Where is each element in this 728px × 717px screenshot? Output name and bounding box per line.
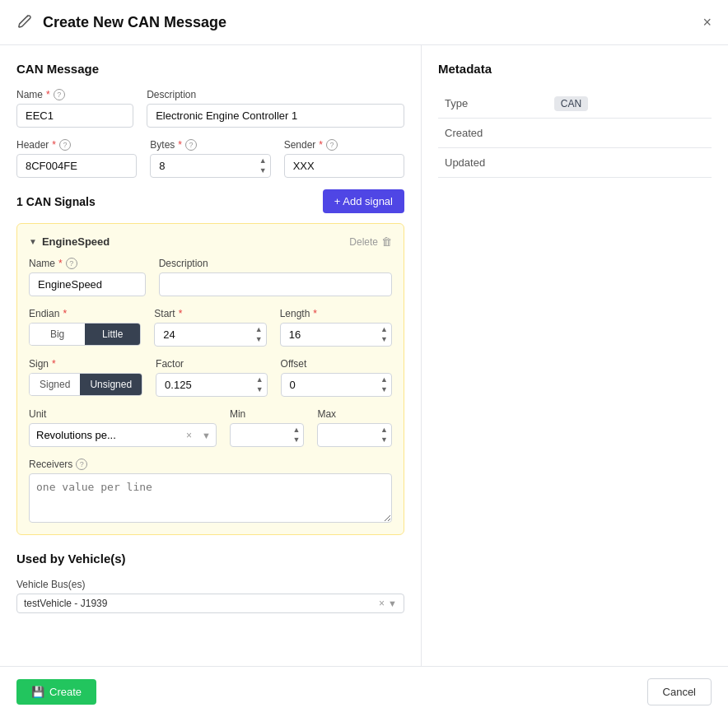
endian-toggle: Big Little xyxy=(29,323,141,346)
create-label: Create xyxy=(49,686,82,698)
header-group: Header * ? xyxy=(16,139,137,178)
vehicle-bus-wrap: testVehicle - J1939 × ▼ xyxy=(16,594,404,613)
max-group: Max ▲ ▼ xyxy=(317,408,392,447)
can-message-section: CAN Message Name * ? Description xyxy=(16,62,404,178)
offset-up[interactable]: ▲ xyxy=(378,375,390,384)
bytes-up[interactable]: ▲ xyxy=(257,156,269,165)
max-input-wrap: ▲ ▼ xyxy=(317,423,392,447)
vehicle-chevron-icon[interactable]: ▼ xyxy=(388,598,397,608)
vehicle-tag: testVehicle - J1939 xyxy=(24,598,376,609)
signal-name-help-icon[interactable]: ? xyxy=(66,258,77,269)
start-input[interactable] xyxy=(154,323,266,347)
receivers-help-icon[interactable]: ? xyxy=(76,459,87,470)
modal-body: CAN Message Name * ? Description xyxy=(0,45,728,666)
length-down[interactable]: ▼ xyxy=(378,335,390,344)
modal: Create New CAN Message × CAN Message Nam… xyxy=(0,0,728,717)
offset-input-wrap: ▲ ▼ xyxy=(281,373,392,397)
main-panel: CAN Message Name * ? Description xyxy=(0,45,422,666)
unit-chevron-icon[interactable]: ▼ xyxy=(197,431,216,440)
unit-min-max-row: Unit × ▼ Min ▲ xyxy=(29,408,392,447)
receivers-textarea[interactable] xyxy=(29,473,392,523)
bytes-spinners: ▲ ▼ xyxy=(257,156,269,175)
sign-unsigned-button[interactable]: Unsigned xyxy=(80,374,142,395)
sign-factor-offset-row: Sign * Signed Unsigned Factor xyxy=(29,358,392,397)
signal-description-input[interactable] xyxy=(159,272,392,296)
vehicle-clear-icon[interactable]: × xyxy=(376,598,388,609)
add-signal-button[interactable]: + Add signal xyxy=(323,189,404,213)
endian-little-button[interactable]: Little xyxy=(85,324,140,345)
unit-group: Unit × ▼ xyxy=(29,408,217,447)
receivers-group: Receivers ? xyxy=(29,459,392,523)
signal-name-desc-row: Name * ? Description xyxy=(29,258,392,296)
sender-input[interactable] xyxy=(284,154,404,178)
length-up[interactable]: ▲ xyxy=(378,325,390,334)
max-down[interactable]: ▼ xyxy=(378,435,390,445)
metadata-table: Type CAN Created Updated xyxy=(438,89,712,178)
description-label: Description xyxy=(147,89,404,100)
signal-chevron-icon: ▼ xyxy=(29,237,37,246)
edit-icon xyxy=(16,13,35,31)
min-group: Min ▲ ▼ xyxy=(230,408,305,447)
sender-label: Sender * ? xyxy=(284,139,404,151)
cancel-button[interactable]: Cancel xyxy=(647,678,712,705)
offset-down[interactable]: ▼ xyxy=(378,385,390,394)
min-input-wrap: ▲ ▼ xyxy=(230,423,305,447)
signals-header: 1 CAN Signals + Add signal xyxy=(16,189,404,213)
signal-description-group: Description xyxy=(159,258,392,296)
bytes-input[interactable] xyxy=(150,154,270,178)
name-input[interactable] xyxy=(16,104,133,128)
add-signal-label: + Add signal xyxy=(334,195,393,207)
min-up[interactable]: ▲ xyxy=(291,426,303,435)
signal-delete-button[interactable]: Delete 🗑 xyxy=(349,235,392,248)
delete-label: Delete xyxy=(349,236,378,248)
signal-block: ▼ EngineSpeed Delete 🗑 Name xyxy=(16,223,404,535)
signals-count: 1 CAN Signals xyxy=(16,195,96,208)
can-type-badge: CAN xyxy=(554,96,588,111)
signal-description-label: Description xyxy=(159,258,392,269)
factor-up[interactable]: ▲ xyxy=(254,375,266,384)
meta-updated-label: Updated xyxy=(438,148,548,178)
name-help-icon[interactable]: ? xyxy=(54,89,65,100)
header-input[interactable] xyxy=(16,154,137,178)
start-input-wrap: ▲ ▼ xyxy=(154,323,266,347)
header-help-icon[interactable]: ? xyxy=(59,139,71,151)
side-panel: Metadata Type CAN Created Updated xyxy=(422,45,728,666)
endian-group: Endian * Big Little xyxy=(29,308,141,347)
unit-input[interactable] xyxy=(30,424,181,446)
offset-input[interactable] xyxy=(281,373,392,397)
signal-title: ▼ EngineSpeed xyxy=(29,235,110,248)
description-input[interactable] xyxy=(147,104,404,128)
endian-big-button[interactable]: Big xyxy=(30,324,85,345)
signal-name-input[interactable] xyxy=(29,272,146,296)
modal-footer: 💾 Create Cancel xyxy=(0,666,728,717)
start-group: Start * ▲ ▼ xyxy=(154,308,266,347)
name-required: * xyxy=(46,89,50,100)
length-input[interactable] xyxy=(280,323,392,347)
create-button[interactable]: 💾 Create xyxy=(16,679,96,705)
max-up[interactable]: ▲ xyxy=(378,426,390,435)
factor-input[interactable] xyxy=(156,373,267,397)
sign-signed-button[interactable]: Signed xyxy=(30,374,80,395)
bytes-down[interactable]: ▼ xyxy=(257,166,269,175)
meta-type-value: CAN xyxy=(548,89,712,119)
signal-name-label: Name * ? xyxy=(29,258,146,269)
sender-help-icon[interactable]: ? xyxy=(326,139,338,151)
factor-down[interactable]: ▼ xyxy=(254,385,266,394)
meta-type-label: Type xyxy=(438,89,548,119)
can-message-title: CAN Message xyxy=(16,62,404,76)
min-down[interactable]: ▼ xyxy=(291,435,303,445)
header-bytes-sender-row: Header * ? Bytes * ? xyxy=(16,139,404,178)
bytes-help-icon[interactable]: ? xyxy=(185,139,197,151)
sender-group: Sender * ? xyxy=(284,139,404,178)
meta-updated-row: Updated xyxy=(438,148,712,178)
close-button[interactable]: × xyxy=(702,15,712,30)
start-up[interactable]: ▲ xyxy=(253,325,265,334)
unit-clear-icon[interactable]: × xyxy=(181,430,197,441)
receivers-label: Receivers ? xyxy=(29,459,392,470)
start-down[interactable]: ▼ xyxy=(253,335,265,344)
name-group: Name * ? xyxy=(16,89,133,128)
signals-section: 1 CAN Signals + Add signal ▼ EngineSpeed… xyxy=(16,189,404,535)
sign-label: Sign * xyxy=(29,358,142,370)
endian-start-length-row: Endian * Big Little Start * xyxy=(29,308,392,347)
modal-header: Create New CAN Message × xyxy=(0,0,728,45)
